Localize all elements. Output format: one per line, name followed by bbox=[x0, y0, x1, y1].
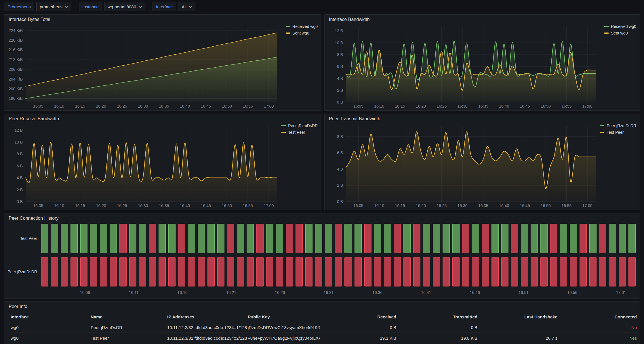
panel-title[interactable]: Interface Bandwidth bbox=[325, 15, 640, 24]
state-bar-disconnected bbox=[403, 257, 411, 286]
variable-dropdown-instance[interactable]: wg-portal:8080 bbox=[104, 2, 145, 11]
timeseries-chart[interactable]: 0 B2 B4 B6 B8 B10 B12 B16:0516:1016:1516… bbox=[326, 23, 598, 110]
y-axis-label: 196 KiB bbox=[9, 96, 23, 101]
state-bar-disconnected bbox=[276, 257, 283, 286]
y-axis-label: 12 B bbox=[335, 28, 343, 33]
variable-dropdown-prometheus[interactable]: prometheus bbox=[36, 2, 71, 11]
state-bar-connected bbox=[90, 224, 97, 253]
variable-prometheus: Prometheus prometheus bbox=[4, 2, 71, 11]
state-bar-connected bbox=[51, 224, 58, 253]
x-axis-label: 16:45 bbox=[201, 203, 211, 208]
x-axis-label: 16:55 bbox=[561, 203, 571, 208]
column-header-public_key[interactable]: Public Key bbox=[248, 314, 320, 319]
state-bar-disconnected bbox=[628, 257, 636, 286]
state-bar-connected bbox=[325, 224, 332, 253]
variable-dropdown-interface[interactable]: All bbox=[178, 2, 195, 11]
cell-public_key: +8he+pyWH7Oa9g2FVjIxQzy04brLX+D bbox=[248, 336, 320, 341]
panel-title[interactable]: Peer Info bbox=[4, 302, 640, 311]
state-bar-connected bbox=[237, 224, 244, 253]
legend-item[interactable]: Received wg0 bbox=[604, 24, 636, 29]
column-header-ips[interactable]: IP Addresses bbox=[167, 314, 248, 319]
column-header-transmitted[interactable]: Transmitted bbox=[400, 314, 481, 319]
x-axis-label: 16:05 bbox=[353, 203, 363, 208]
state-bar-connected bbox=[159, 224, 166, 253]
state-bar-connected bbox=[217, 224, 224, 253]
state-bar-disconnected bbox=[80, 257, 87, 286]
legend-item[interactable]: Peer jRzmDsDR bbox=[281, 123, 318, 128]
state-bar-disconnected bbox=[619, 257, 626, 286]
x-axis-label: 16:10 bbox=[374, 104, 384, 108]
peer-info-table: InterfaceNameIP AddressesPublic KeyRecei… bbox=[11, 311, 636, 343]
grafana-dashboard: Prometheus prometheus Instance wg-portal… bbox=[0, 0, 644, 344]
state-bar-disconnected bbox=[286, 257, 293, 286]
panel-title[interactable]: Peer Receive Bandwidth bbox=[4, 114, 321, 123]
state-bar-disconnected bbox=[384, 257, 391, 286]
cell-name: Test Peer bbox=[91, 336, 167, 341]
timeseries-chart[interactable]: 196 KiB200 KiB204 KiB208 KiB212 KiB216 K… bbox=[6, 23, 279, 110]
x-axis-label: 16:50 bbox=[222, 203, 232, 208]
state-bar-disconnected bbox=[531, 257, 538, 286]
column-header-last_handshake[interactable]: Last Handshake bbox=[481, 314, 561, 319]
state-bar-disconnected bbox=[413, 224, 420, 253]
y-axis-label: 216 KiB bbox=[9, 47, 23, 52]
x-axis-label: 16:06 bbox=[80, 290, 90, 295]
cell-ips: 10.11.12.2/32,fdfd:d3ad:c0de:1234::1/128 bbox=[167, 325, 248, 330]
legend-item[interactable]: Sent wg0 bbox=[286, 31, 318, 35]
state-bar-disconnected bbox=[139, 257, 146, 286]
state-bar-connected bbox=[472, 224, 479, 253]
chevron-down-icon bbox=[138, 4, 142, 8]
column-header-interface[interactable]: Interface bbox=[11, 314, 91, 319]
x-axis-label: 16:20 bbox=[96, 104, 106, 108]
legend-item[interactable]: Peer jRzmDsDR bbox=[600, 123, 636, 128]
state-bar-connected bbox=[452, 224, 460, 253]
state-bar-disconnected bbox=[149, 224, 156, 253]
state-bar-disconnected bbox=[227, 224, 234, 253]
variable-label-prometheus: Prometheus bbox=[4, 2, 34, 11]
series-area-Sent wg0 bbox=[346, 50, 596, 102]
state-bar-disconnected bbox=[550, 257, 557, 286]
state-bar-connected bbox=[276, 224, 283, 253]
state-bar-disconnected bbox=[217, 257, 224, 286]
legend-item[interactable]: Received wg0 bbox=[286, 24, 318, 29]
state-bar-disconnected bbox=[609, 257, 616, 286]
y-axis-label: 4 B bbox=[17, 175, 23, 180]
variable-value: prometheus bbox=[40, 4, 62, 9]
x-axis-label: 16:40 bbox=[499, 104, 509, 108]
state-bar-connected bbox=[139, 224, 146, 253]
x-axis-label: 16:15 bbox=[75, 203, 85, 208]
timeseries-chart[interactable]: 0 B2 B4 B6 B8 B10 B12 B16:0516:1016:1516… bbox=[6, 123, 279, 209]
panel-title[interactable]: Interface Bytes Total bbox=[4, 15, 321, 24]
x-axis-label: 16:55 bbox=[243, 203, 253, 208]
state-bar-disconnected bbox=[472, 257, 479, 286]
panel-title[interactable]: Peer Transmit Bandwidth bbox=[325, 114, 640, 123]
x-axis-label: 16:50 bbox=[541, 203, 551, 208]
cell-received: 0 B bbox=[320, 325, 400, 330]
state-bar-connected bbox=[344, 224, 352, 253]
state-bar-connected bbox=[560, 224, 567, 253]
state-bar-disconnected bbox=[335, 224, 342, 253]
column-header-connected[interactable]: Connected bbox=[561, 314, 640, 319]
column-header-name[interactable]: Name bbox=[91, 314, 167, 319]
x-axis-label: 17:00 bbox=[582, 203, 592, 208]
state-timeline-chart[interactable]: Test PeerPeer jRzmDsDR16:0616:1116:1616:… bbox=[7, 223, 636, 297]
legend-item[interactable]: Sent wg0 bbox=[604, 31, 636, 35]
y-axis-label: 10 B bbox=[335, 41, 343, 45]
panel-title[interactable]: Peer Connection History bbox=[4, 213, 640, 223]
state-bar-connected bbox=[168, 224, 176, 253]
state-bar-disconnected bbox=[589, 257, 597, 286]
state-bar-disconnected bbox=[344, 257, 352, 286]
timeseries-chart[interactable]: 0 B2 B4 B6 B8 B16:0516:1016:1516:2016:25… bbox=[326, 123, 598, 209]
state-bar-connected bbox=[129, 224, 136, 253]
column-header-received[interactable]: Received bbox=[320, 314, 400, 319]
x-axis-label: 17:00 bbox=[264, 203, 274, 208]
state-bar-connected bbox=[609, 224, 616, 253]
legend-item[interactable]: Test Peer bbox=[281, 130, 318, 135]
x-axis-label: 16:35 bbox=[478, 104, 488, 108]
state-bar-connected bbox=[61, 224, 68, 253]
state-bar-connected bbox=[110, 224, 117, 253]
table-header-row: InterfaceNameIP AddressesPublic KeyRecei… bbox=[11, 311, 636, 322]
state-bar-disconnected bbox=[443, 257, 450, 286]
x-axis-label: 16:15 bbox=[75, 104, 85, 108]
legend-item[interactable]: Test Peer bbox=[600, 130, 636, 135]
state-bar-disconnected bbox=[560, 257, 567, 286]
